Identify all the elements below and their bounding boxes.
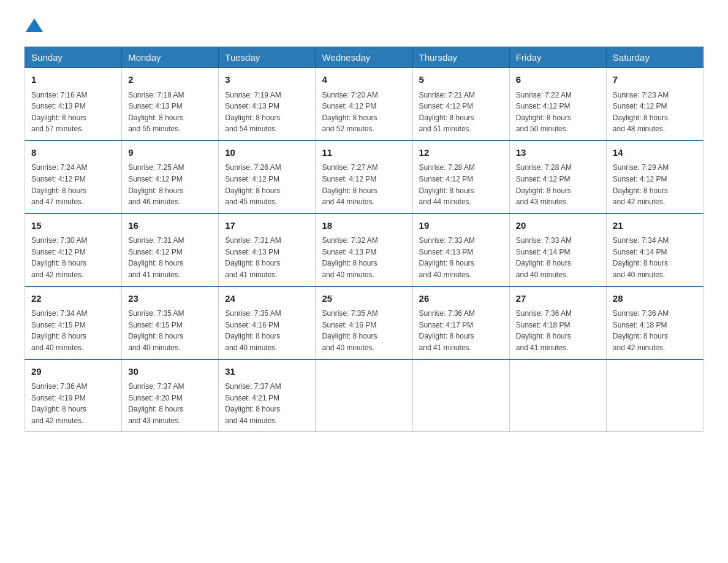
calendar-day-cell: 28 Sunrise: 7:36 AMSunset: 4:18 PMDaylig… (606, 286, 703, 359)
day-info: Sunrise: 7:25 AMSunset: 4:12 PMDaylight:… (128, 162, 212, 207)
day-number: 20 (516, 219, 600, 233)
day-info: Sunrise: 7:33 AMSunset: 4:14 PMDaylight:… (516, 235, 600, 280)
calendar-day-cell: 21 Sunrise: 7:34 AMSunset: 4:14 PMDaylig… (606, 213, 703, 286)
day-number: 21 (613, 219, 697, 233)
day-number: 1 (31, 73, 115, 87)
day-number: 18 (322, 219, 406, 233)
day-number: 11 (322, 146, 406, 160)
day-of-week-header: Thursday (412, 47, 509, 68)
calendar-day-cell: 13 Sunrise: 7:28 AMSunset: 4:12 PMDaylig… (509, 140, 606, 213)
calendar-day-cell: 6 Sunrise: 7:22 AMSunset: 4:12 PMDayligh… (509, 68, 606, 140)
day-number: 8 (31, 146, 115, 160)
day-info: Sunrise: 7:18 AMSunset: 4:13 PMDaylight:… (128, 90, 212, 135)
day-info: Sunrise: 7:30 AMSunset: 4:12 PMDaylight:… (31, 235, 115, 280)
day-number: 23 (128, 292, 212, 306)
day-info: Sunrise: 7:32 AMSunset: 4:13 PMDaylight:… (322, 235, 406, 280)
calendar-day-cell: 9 Sunrise: 7:25 AMSunset: 4:12 PMDayligh… (122, 140, 219, 213)
day-number: 28 (613, 292, 697, 306)
calendar-day-cell: 24 Sunrise: 7:35 AMSunset: 4:16 PMDaylig… (219, 286, 316, 359)
day-info: Sunrise: 7:35 AMSunset: 4:15 PMDaylight:… (128, 308, 212, 353)
day-number: 24 (225, 292, 309, 306)
calendar-day-cell: 2 Sunrise: 7:18 AMSunset: 4:13 PMDayligh… (122, 68, 219, 140)
calendar-day-cell: 30 Sunrise: 7:37 AMSunset: 4:20 PMDaylig… (122, 359, 219, 432)
calendar-day-cell: 20 Sunrise: 7:33 AMSunset: 4:14 PMDaylig… (509, 213, 606, 286)
calendar-day-cell: 18 Sunrise: 7:32 AMSunset: 4:13 PMDaylig… (316, 213, 412, 286)
day-info: Sunrise: 7:20 AMSunset: 4:12 PMDaylight:… (322, 90, 406, 135)
calendar-day-cell: 25 Sunrise: 7:35 AMSunset: 4:16 PMDaylig… (316, 286, 412, 359)
day-info: Sunrise: 7:35 AMSunset: 4:16 PMDaylight:… (322, 308, 406, 353)
calendar-day-cell: 27 Sunrise: 7:36 AMSunset: 4:18 PMDaylig… (509, 286, 606, 359)
day-info: Sunrise: 7:26 AMSunset: 4:12 PMDaylight:… (225, 162, 309, 207)
calendar-day-cell (316, 359, 412, 432)
calendar-day-cell: 5 Sunrise: 7:21 AMSunset: 4:12 PMDayligh… (412, 68, 509, 140)
day-number: 7 (613, 73, 697, 87)
calendar-week-row: 8 Sunrise: 7:24 AMSunset: 4:12 PMDayligh… (25, 140, 703, 213)
day-info: Sunrise: 7:19 AMSunset: 4:13 PMDaylight:… (225, 90, 309, 135)
calendar-day-cell: 29 Sunrise: 7:36 AMSunset: 4:19 PMDaylig… (25, 359, 122, 432)
day-number: 2 (128, 73, 212, 87)
calendar-day-cell: 8 Sunrise: 7:24 AMSunset: 4:12 PMDayligh… (25, 140, 122, 213)
day-of-week-header: Wednesday (316, 47, 412, 68)
calendar-day-cell: 19 Sunrise: 7:33 AMSunset: 4:13 PMDaylig… (412, 213, 509, 286)
calendar-day-cell: 15 Sunrise: 7:30 AMSunset: 4:12 PMDaylig… (25, 213, 122, 286)
day-of-week-header: Saturday (606, 47, 703, 68)
calendar-day-cell (509, 359, 606, 432)
day-info: Sunrise: 7:34 AMSunset: 4:15 PMDaylight:… (31, 308, 115, 353)
day-number: 16 (128, 219, 212, 233)
day-info: Sunrise: 7:33 AMSunset: 4:13 PMDaylight:… (419, 235, 503, 280)
day-number: 30 (128, 365, 212, 379)
calendar-day-cell: 11 Sunrise: 7:27 AMSunset: 4:12 PMDaylig… (316, 140, 412, 213)
day-info: Sunrise: 7:36 AMSunset: 4:18 PMDaylight:… (516, 308, 600, 353)
day-number: 5 (419, 73, 503, 87)
calendar-day-cell: 10 Sunrise: 7:26 AMSunset: 4:12 PMDaylig… (219, 140, 316, 213)
day-number: 19 (419, 219, 503, 233)
day-number: 25 (322, 292, 406, 306)
calendar-week-row: 22 Sunrise: 7:34 AMSunset: 4:15 PMDaylig… (25, 286, 703, 359)
day-info: Sunrise: 7:24 AMSunset: 4:12 PMDaylight:… (31, 162, 115, 207)
calendar-day-cell: 17 Sunrise: 7:31 AMSunset: 4:13 PMDaylig… (219, 213, 316, 286)
day-info: Sunrise: 7:16 AMSunset: 4:13 PMDaylight:… (31, 90, 115, 135)
day-info: Sunrise: 7:21 AMSunset: 4:12 PMDaylight:… (419, 90, 503, 135)
calendar-day-cell (412, 359, 509, 432)
logo-triangle-icon (26, 18, 43, 32)
days-of-week-row: SundayMondayTuesdayWednesdayThursdayFrid… (25, 47, 703, 68)
day-info: Sunrise: 7:35 AMSunset: 4:16 PMDaylight:… (225, 308, 309, 353)
day-info: Sunrise: 7:28 AMSunset: 4:12 PMDaylight:… (516, 162, 600, 207)
day-number: 15 (31, 219, 115, 233)
day-of-week-header: Friday (509, 47, 606, 68)
page-header (25, 18, 703, 34)
day-of-week-header: Tuesday (219, 47, 316, 68)
day-info: Sunrise: 7:37 AMSunset: 4:21 PMDaylight:… (225, 381, 309, 426)
calendar-day-cell: 3 Sunrise: 7:19 AMSunset: 4:13 PMDayligh… (219, 68, 316, 140)
day-number: 6 (516, 73, 600, 87)
day-info: Sunrise: 7:22 AMSunset: 4:12 PMDaylight:… (516, 90, 600, 135)
day-number: 26 (419, 292, 503, 306)
day-info: Sunrise: 7:28 AMSunset: 4:12 PMDaylight:… (419, 162, 503, 207)
day-number: 29 (31, 365, 115, 379)
day-number: 14 (613, 146, 697, 160)
calendar-day-cell: 16 Sunrise: 7:31 AMSunset: 4:12 PMDaylig… (122, 213, 219, 286)
day-info: Sunrise: 7:36 AMSunset: 4:17 PMDaylight:… (419, 308, 503, 353)
day-number: 31 (225, 365, 309, 379)
day-number: 27 (516, 292, 600, 306)
day-number: 12 (419, 146, 503, 160)
calendar-day-cell: 31 Sunrise: 7:37 AMSunset: 4:21 PMDaylig… (219, 359, 316, 432)
day-number: 17 (225, 219, 309, 233)
calendar-day-cell: 12 Sunrise: 7:28 AMSunset: 4:12 PMDaylig… (412, 140, 509, 213)
day-info: Sunrise: 7:37 AMSunset: 4:20 PMDaylight:… (128, 381, 212, 426)
day-info: Sunrise: 7:34 AMSunset: 4:14 PMDaylight:… (613, 235, 697, 280)
calendar-day-cell: 23 Sunrise: 7:35 AMSunset: 4:15 PMDaylig… (122, 286, 219, 359)
day-number: 9 (128, 146, 212, 160)
day-info: Sunrise: 7:36 AMSunset: 4:18 PMDaylight:… (613, 308, 697, 353)
calendar-day-cell: 22 Sunrise: 7:34 AMSunset: 4:15 PMDaylig… (25, 286, 122, 359)
day-number: 22 (31, 292, 115, 306)
day-info: Sunrise: 7:31 AMSunset: 4:13 PMDaylight:… (225, 235, 309, 280)
day-info: Sunrise: 7:29 AMSunset: 4:12 PMDaylight:… (613, 162, 697, 207)
calendar-week-row: 15 Sunrise: 7:30 AMSunset: 4:12 PMDaylig… (25, 213, 703, 286)
calendar-day-cell: 4 Sunrise: 7:20 AMSunset: 4:12 PMDayligh… (316, 68, 412, 140)
calendar-day-cell: 14 Sunrise: 7:29 AMSunset: 4:12 PMDaylig… (606, 140, 703, 213)
day-info: Sunrise: 7:23 AMSunset: 4:12 PMDaylight:… (613, 90, 697, 135)
calendar-week-row: 1 Sunrise: 7:16 AMSunset: 4:13 PMDayligh… (25, 68, 703, 140)
day-info: Sunrise: 7:27 AMSunset: 4:12 PMDaylight:… (322, 162, 406, 207)
calendar-table: SundayMondayTuesdayWednesdayThursdayFrid… (25, 47, 703, 432)
